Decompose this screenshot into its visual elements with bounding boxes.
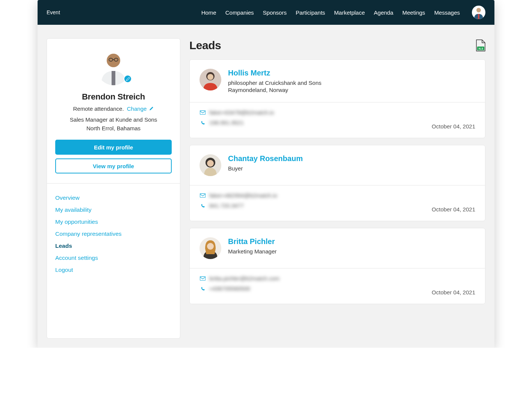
svg-point-13 — [207, 243, 214, 250]
svg-point-10 — [207, 74, 213, 80]
avatar — [200, 237, 221, 259]
export-xls-icon[interactable]: XLS — [476, 39, 485, 51]
brand-text: Event — [47, 9, 60, 15]
lead-email: britta.pichler@b2match.com — [209, 275, 280, 282]
lead-phone: 198.991.9521 — [209, 119, 244, 126]
attendance-label: Remote attendance. — [73, 106, 124, 112]
lead-subtitle: Buyer — [228, 165, 303, 172]
sidebar-menu: Overview My availability My opportunitie… — [47, 184, 180, 287]
sidebar-item-opportunities[interactable]: My opportunities — [55, 216, 172, 228]
lead-phone: +436705560500 — [209, 285, 250, 292]
sidebar-item-overview[interactable]: Overview — [55, 192, 172, 204]
phone-icon — [200, 120, 206, 125]
pencil-icon[interactable] — [124, 75, 132, 83]
sidebar-item-account-settings[interactable]: Account settings — [55, 252, 172, 264]
profile-location: North Errol, Bahamas — [55, 125, 172, 131]
lead-email: faker+482994@b2match.io — [209, 192, 277, 199]
sidebar-item-logout[interactable]: Logout — [55, 264, 172, 276]
sidebar-item-availability[interactable]: My availability — [55, 204, 172, 216]
avatar — [200, 154, 221, 176]
lead-card: Britta Pichler Marketing Manager britta.… — [189, 228, 485, 304]
sidebar-item-leads[interactable]: Leads — [55, 240, 172, 252]
nav-home[interactable]: Home — [201, 9, 216, 16]
svg-text:XLS: XLS — [478, 47, 483, 50]
lead-date: October 04, 2021 — [432, 206, 475, 213]
edit-profile-button[interactable]: Edit my profile — [55, 140, 172, 155]
lead-date: October 04, 2021 — [432, 289, 475, 295]
page-title: Leads — [189, 39, 221, 52]
lead-date: October 04, 2021 — [432, 123, 475, 130]
lead-location: Raymondeland, Norway — [228, 87, 321, 93]
svg-point-3 — [107, 54, 120, 67]
lead-name-link[interactable]: Hollis Mertz — [228, 69, 321, 77]
phone-icon — [200, 286, 206, 291]
lead-name-link[interactable]: Chantay Rosenbaum — [228, 154, 303, 163]
nav-marketplace[interactable]: Marketplace — [334, 9, 365, 16]
avatar[interactable] — [472, 6, 485, 19]
lead-phone: 841.720.3477 — [209, 202, 244, 209]
lead-email: faker+63478@b2match.io — [209, 109, 274, 116]
nav-agenda[interactable]: Agenda — [374, 9, 393, 16]
nav-companies[interactable]: Companies — [225, 9, 254, 16]
lead-card: Chantay Rosenbaum Buyer faker+482994@b2m… — [189, 145, 485, 221]
svg-rect-1 — [478, 14, 479, 19]
lead-card: Hollis Mertz philosopher at Cruickshank … — [189, 59, 485, 138]
avatar — [200, 69, 221, 90]
lead-name-link[interactable]: Britta Pichler — [228, 237, 277, 246]
sidebar-item-company-reps[interactable]: Company representatives — [55, 228, 172, 240]
svg-point-0 — [476, 8, 481, 12]
email-icon — [200, 193, 206, 198]
email-icon — [200, 276, 206, 281]
lead-subtitle: Marketing Manager — [228, 248, 277, 255]
main: Brendon Streich Remote attendance. Chang… — [38, 25, 494, 348]
email-icon — [200, 110, 206, 115]
nav-participants[interactable]: Participants — [296, 9, 325, 16]
top-nav: Home Companies Sponsors Participants Mar… — [201, 6, 485, 19]
view-profile-button[interactable]: View my profile — [55, 158, 172, 173]
sidebar-card: Brendon Streich Remote attendance. Chang… — [47, 38, 180, 339]
lead-subtitle: philosopher at Cruickshank and Sons — [228, 80, 321, 86]
svg-point-12 — [207, 160, 214, 167]
profile-avatar — [96, 46, 131, 85]
profile-role: Sales Manager at Kunde and Sons — [55, 116, 172, 123]
profile-name: Brendon Streich — [55, 92, 172, 102]
content: Leads XLS Hollis Mer — [189, 38, 485, 339]
svg-rect-2 — [112, 71, 115, 85]
phone-icon — [200, 203, 206, 208]
nav-sponsors[interactable]: Sponsors — [263, 9, 287, 16]
header: Event Home Companies Sponsors Participan… — [38, 0, 494, 25]
change-attendance-link[interactable]: Change — [127, 106, 154, 112]
nav-messages[interactable]: Messages — [434, 9, 460, 16]
nav-meetings[interactable]: Meetings — [402, 9, 425, 16]
